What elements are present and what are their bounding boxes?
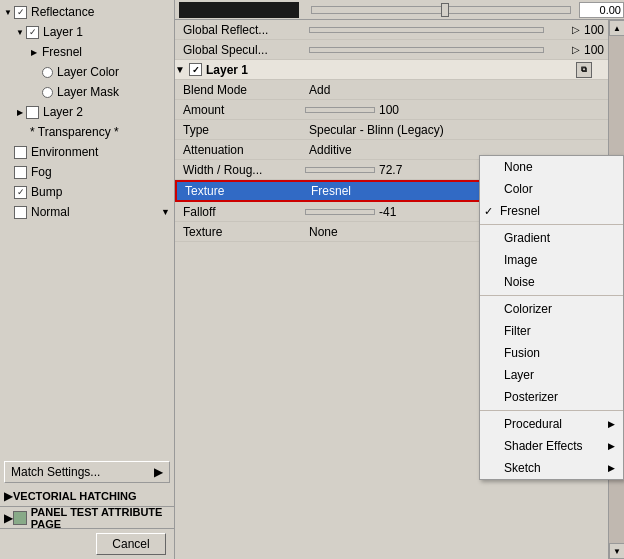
menu-item-label: Filter xyxy=(504,324,531,338)
menu-item-none[interactable]: None xyxy=(480,156,623,178)
checkbox-environment[interactable] xyxy=(14,146,27,159)
prop-value: -41 xyxy=(379,205,412,219)
menu-item-label: Noise xyxy=(504,275,535,289)
menu-item-layer[interactable]: Layer xyxy=(480,364,623,386)
sidebar-item-label: Normal xyxy=(31,205,70,219)
prop-label: Amount xyxy=(175,103,305,117)
sidebar-item-fog[interactable]: ▶ Fog xyxy=(0,162,174,182)
prop-row-layer1-header: ▼ Layer 1 ⧉ xyxy=(175,60,608,80)
top-value-input[interactable] xyxy=(579,2,624,18)
right-panel: Global Reflect... ▷ 100 Global Specul...… xyxy=(175,0,624,559)
menu-item-colorizer[interactable]: Colorizer xyxy=(480,298,623,320)
sidebar-item-normal[interactable]: ▶ Normal ▼ xyxy=(0,202,174,222)
match-settings-button[interactable]: Match Settings... ▶ xyxy=(4,461,170,483)
vectorial-hatching-section[interactable]: ▶ VECTORIAL HATCHING xyxy=(0,485,174,507)
layer1-checkbox[interactable] xyxy=(189,63,202,76)
menu-item-shader-effects[interactable]: Shader Effects ▶ xyxy=(480,435,623,457)
panel-icon xyxy=(13,511,27,525)
cancel-area: Cancel xyxy=(0,529,174,559)
amount-slider[interactable] xyxy=(305,107,375,113)
falloff-slider[interactable] xyxy=(305,209,375,215)
menu-item-fresnel[interactable]: ✓ Fresnel xyxy=(480,200,623,222)
sidebar-item-bump[interactable]: ▶ Bump xyxy=(0,182,174,202)
checkbox-fog[interactable] xyxy=(14,166,27,179)
checkbox-bump[interactable] xyxy=(14,186,27,199)
scroll-down-button[interactable]: ▼ xyxy=(609,543,624,559)
sidebar-item-label: Layer 2 xyxy=(43,105,83,119)
radio-layer-mask[interactable] xyxy=(42,87,53,98)
menu-item-procedural[interactable]: Procedural ▶ xyxy=(480,413,623,435)
top-bar xyxy=(175,0,624,20)
menu-item-posterizer[interactable]: Posterizer xyxy=(480,386,623,408)
prop-label: Layer 1 xyxy=(206,63,248,77)
sidebar-item-label: Bump xyxy=(31,185,62,199)
prop-label: Blend Mode xyxy=(175,83,305,97)
section-label: PANEL TEST ATTRIBUTE PAGE xyxy=(31,506,170,530)
slider-thumb xyxy=(441,3,449,17)
prop-value: Specular - Blinn (Legacy) xyxy=(305,123,608,137)
prop-row-global-specul: Global Specul... ▷ 100 xyxy=(175,40,608,60)
section-label: VECTORIAL HATCHING xyxy=(13,490,136,502)
menu-item-label: Sketch xyxy=(504,461,541,475)
sidebar-item-layer-color[interactable]: Layer Color xyxy=(0,62,174,82)
menu-item-color[interactable]: Color xyxy=(480,178,623,200)
section-arrow-icon: ▶ xyxy=(4,511,13,525)
sidebar-item-label: Fresnel xyxy=(42,45,82,59)
global-reflect-slider[interactable] xyxy=(309,27,544,33)
menu-item-label: Color xyxy=(504,182,533,196)
sidebar-item-label: Environment xyxy=(31,145,98,159)
menu-item-noise[interactable]: Noise xyxy=(480,271,623,293)
menu-item-label: Gradient xyxy=(504,231,550,245)
top-slider[interactable] xyxy=(311,6,571,14)
tree-area: ▼ Reflectance ▼ Layer 1 ▶ Fresnel Layer … xyxy=(0,0,174,459)
arrow-icon: ▼ xyxy=(14,26,26,38)
sidebar-item-fresnel[interactable]: ▶ Fresnel xyxy=(0,42,174,62)
prop-label: Texture xyxy=(175,225,305,239)
global-specul-slider[interactable] xyxy=(309,47,544,53)
prop-row-blend-mode: Blend Mode Add xyxy=(175,80,608,100)
sidebar-item-layer-mask[interactable]: Layer Mask xyxy=(0,82,174,102)
menu-item-image[interactable]: Image xyxy=(480,249,623,271)
menu-item-filter[interactable]: Filter xyxy=(480,320,623,342)
panel-test-section[interactable]: ▶ PANEL TEST ATTRIBUTE PAGE xyxy=(0,507,174,529)
main-container: ▼ Reflectance ▼ Layer 1 ▶ Fresnel Layer … xyxy=(0,0,624,559)
match-settings-label: Match Settings... xyxy=(11,465,100,479)
dropdown-arrow-icon[interactable]: ▼ xyxy=(161,207,170,217)
menu-item-sketch[interactable]: Sketch ▶ xyxy=(480,457,623,479)
sidebar-item-label: Fog xyxy=(31,165,52,179)
prop-label: Texture xyxy=(177,184,307,198)
expand-icon[interactable]: ▼ xyxy=(175,64,189,75)
width-slider[interactable] xyxy=(305,167,375,173)
checkbox-layer1[interactable] xyxy=(26,26,39,39)
prop-label: Type xyxy=(175,123,305,137)
sidebar-item-layer2[interactable]: ▶ Layer 2 xyxy=(0,102,174,122)
checkbox-normal[interactable] xyxy=(14,206,27,219)
prop-label: Width / Roug... xyxy=(175,163,305,177)
prop-value: 100 xyxy=(584,43,604,57)
match-settings-area: Match Settings... ▶ xyxy=(0,459,174,485)
checkbox-reflectance[interactable] xyxy=(14,6,27,19)
sidebar-item-reflectance[interactable]: ▼ Reflectance xyxy=(0,2,174,22)
scroll-up-button[interactable]: ▲ xyxy=(609,20,624,36)
sidebar-item-transparency[interactable]: * Transparency * xyxy=(0,122,174,142)
sidebar-item-layer1[interactable]: ▼ Layer 1 xyxy=(0,22,174,42)
submenu-arrow-icon: ▶ xyxy=(608,441,615,451)
menu-item-gradient[interactable]: Gradient xyxy=(480,227,623,249)
sidebar-item-label: Layer 1 xyxy=(43,25,83,39)
global-specul-end: ▷ 100 xyxy=(548,43,608,57)
global-reflect-end: ▷ 100 xyxy=(548,23,608,37)
sidebar-item-label: * Transparency * xyxy=(30,125,119,139)
arrow-right-icon: ▷ xyxy=(572,24,580,35)
prop-row-global-reflect: Global Reflect... ▷ 100 xyxy=(175,20,608,40)
copy-icon[interactable]: ⧉ xyxy=(576,62,592,78)
cancel-button[interactable]: Cancel xyxy=(96,533,166,555)
arrow-icon: ▶ xyxy=(28,46,40,58)
menu-item-label: Shader Effects xyxy=(504,439,583,453)
menu-item-label: Posterizer xyxy=(504,390,558,404)
checkbox-layer2[interactable] xyxy=(26,106,39,119)
menu-item-fusion[interactable]: Fusion xyxy=(480,342,623,364)
sidebar-item-label: Reflectance xyxy=(31,5,94,19)
radio-layer-color[interactable] xyxy=(42,67,53,78)
sidebar-item-environment[interactable]: ▶ Environment xyxy=(0,142,174,162)
prop-value: Add xyxy=(305,83,608,97)
